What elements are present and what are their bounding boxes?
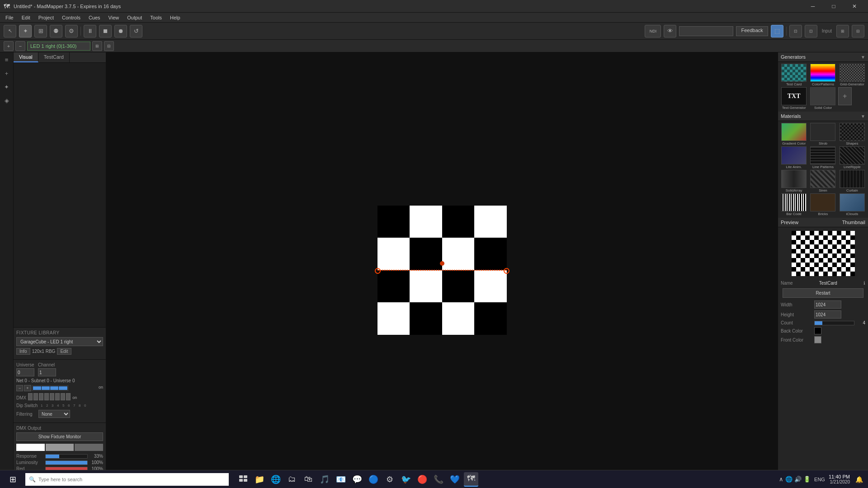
eye-button[interactable]: 👁 <box>664 25 676 38</box>
response-track[interactable] <box>45 454 88 459</box>
restart-button[interactable]: Restart <box>783 288 863 298</box>
taskbar-app-taskview[interactable] <box>236 472 250 487</box>
generator-textgen[interactable]: TXT Text Generator <box>780 87 808 110</box>
taskbar-search-input[interactable] <box>38 477 225 482</box>
taskbar-app-bird[interactable]: 🐦 <box>399 472 413 487</box>
maximize-button[interactable]: □ <box>824 0 844 13</box>
battery-icon[interactable]: 🔋 <box>803 476 811 483</box>
tool-select[interactable]: ↖ <box>4 25 16 38</box>
taskbar-app-edge[interactable]: 🌐 <box>269 472 283 487</box>
menu-output[interactable]: Output <box>123 14 146 21</box>
taskbar-app-skype2[interactable]: 💙 <box>448 472 462 487</box>
layer-expand-button[interactable]: ⊟ <box>104 41 114 51</box>
material-lineripple[interactable]: LineRipple <box>838 146 866 169</box>
handle-left[interactable] <box>375 268 381 274</box>
viewport[interactable] <box>106 52 778 488</box>
taskbar-app-settings[interactable]: ⚙ <box>382 472 397 487</box>
menu-view[interactable]: View <box>105 14 123 21</box>
dip-2[interactable] <box>33 393 38 400</box>
dip-5[interactable] <box>50 393 54 400</box>
filtering-select[interactable]: None <box>38 410 70 418</box>
menu-cues[interactable]: Cues <box>85 14 104 21</box>
menu-project[interactable]: Project <box>35 14 57 21</box>
feedback-button[interactable]: Feedback <box>736 26 768 36</box>
name-info-icon[interactable]: ℹ <box>863 281 865 286</box>
fixture-info-button[interactable]: Info <box>16 348 30 355</box>
color-bar-white[interactable] <box>16 444 45 451</box>
material-siren[interactable]: Siren <box>809 170 837 192</box>
menu-controls[interactable]: Controls <box>58 14 84 21</box>
output-icon[interactable]: ⬚ <box>771 25 783 38</box>
menu-file[interactable]: File <box>2 14 17 21</box>
material-bricks[interactable]: Bricks <box>809 193 837 216</box>
generator-testcard[interactable]: Test Card <box>780 64 808 86</box>
material-iclouds[interactable]: iClouds <box>838 193 866 216</box>
color-bar-gray2[interactable] <box>75 444 103 451</box>
sound-icon[interactable]: 🔊 <box>794 476 802 483</box>
color-bar-gray1[interactable] <box>46 444 74 451</box>
taskbar-app-skype1[interactable]: 📞 <box>431 472 446 487</box>
tool-grid[interactable]: ⊞ <box>34 25 47 38</box>
tab-visual[interactable]: Visual <box>14 52 38 62</box>
generator-gridgenerator[interactable]: Grid-Generator <box>838 64 866 86</box>
handle-right[interactable] <box>504 268 509 274</box>
add-icon[interactable]: + <box>1 68 12 79</box>
menu-tools[interactable]: Tools <box>146 14 165 21</box>
back-color-swatch[interactable] <box>814 327 821 334</box>
remove-layer-button[interactable]: − <box>15 41 25 51</box>
taskbar-app-store[interactable]: 🛍 <box>301 472 316 487</box>
tab-testcard[interactable]: TestCard <box>38 52 70 62</box>
minimize-button[interactable]: ─ <box>803 0 823 13</box>
mask-icon[interactable]: ◈ <box>1 95 12 106</box>
material-barcode[interactable]: Bar Code <box>780 193 808 216</box>
material-linepatterns[interactable]: Line Patterns <box>809 146 837 169</box>
tool-move[interactable]: ✦ <box>19 25 32 38</box>
count-slider[interactable] <box>814 321 854 325</box>
dmx-plus-btn[interactable]: + <box>24 385 31 391</box>
refresh-button[interactable]: ↺ <box>130 25 142 38</box>
menu-help[interactable]: Help <box>166 14 184 21</box>
material-solidarray[interactable]: SolidArray <box>780 170 808 192</box>
dip-4[interactable] <box>44 393 49 400</box>
dip-6[interactable] <box>55 393 60 400</box>
add-generator-button[interactable]: + <box>838 87 852 105</box>
material-shapes[interactable]: Shapes <box>838 123 866 145</box>
materials-collapse-icon[interactable]: ▼ <box>861 114 865 119</box>
material-curtain[interactable]: Curtain <box>838 170 866 192</box>
chevron-up-icon[interactable]: ∧ <box>779 476 783 483</box>
generator-colorpatterns[interactable]: ColorPatterns <box>809 64 837 86</box>
fixture-select[interactable]: GarageCube - LED 1 right <box>16 337 103 346</box>
layers-icon[interactable]: ≡ <box>1 54 12 65</box>
dmx-minus-btn[interactable]: − <box>16 385 23 391</box>
height-input[interactable] <box>814 310 841 319</box>
taskbar-app-explorer[interactable]: 📁 <box>252 472 267 487</box>
fx-icon[interactable]: ✦ <box>1 81 12 92</box>
stop-button[interactable]: ⏹ <box>99 25 112 38</box>
panel-right-btn[interactable]: ⊡ <box>805 25 817 38</box>
material-liteanim[interactable]: Lite Anim. <box>780 146 808 169</box>
front-color-swatch[interactable] <box>814 336 821 343</box>
panel-left-btn[interactable]: ⊡ <box>789 25 802 38</box>
dip-1[interactable] <box>28 393 33 400</box>
tool-settings[interactable]: ⚙ <box>65 25 78 38</box>
taskbar-app-files[interactable]: 🗂 <box>285 472 299 487</box>
start-button[interactable]: ⊞ <box>4 472 22 487</box>
channel-input[interactable] <box>38 368 56 376</box>
fixture-edit-button[interactable]: Edit <box>57 348 71 355</box>
taskbar-app-circle[interactable]: 🔴 <box>415 472 429 487</box>
luminosity-track[interactable] <box>45 460 88 465</box>
generators-collapse-icon[interactable]: ▼ <box>861 55 865 60</box>
material-gradient[interactable]: Gradient Color <box>780 123 808 145</box>
network-icon[interactable]: 🌐 <box>785 476 793 483</box>
width-input[interactable] <box>814 300 841 309</box>
taskbar-app-chrome[interactable]: 🔵 <box>366 472 381 487</box>
dip-8[interactable] <box>66 393 71 400</box>
pause-button[interactable]: ⏸ <box>84 25 96 38</box>
show-fixture-monitor-button[interactable]: Show Fixture Monitor <box>16 432 103 441</box>
layout-btn1[interactable]: ⊞ <box>836 25 849 38</box>
search-field[interactable] <box>679 26 733 36</box>
dip-3[interactable] <box>39 393 43 400</box>
handle-center[interactable] <box>440 261 444 266</box>
taskbar-app-mail[interactable]: 📧 <box>334 472 348 487</box>
notification-button[interactable]: 🔔 <box>854 472 864 487</box>
